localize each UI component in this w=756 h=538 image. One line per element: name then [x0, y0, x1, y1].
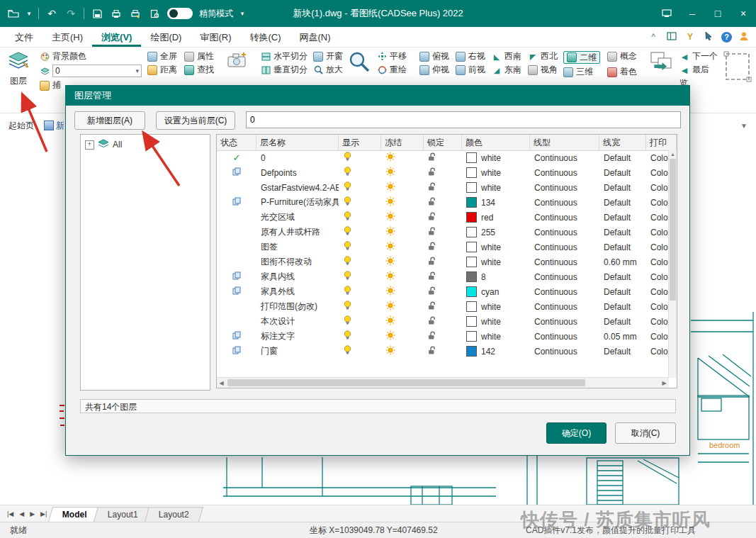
set-current-layer-button[interactable]: 设置为当前层(C) — [156, 111, 235, 130]
layer-freeze-cell[interactable] — [381, 241, 424, 253]
layer-filter-input[interactable] — [246, 111, 681, 128]
layer-freeze-cell[interactable] — [381, 301, 424, 313]
column-header[interactable]: 锁定 — [424, 135, 462, 150]
minimize-button[interactable]: – — [679, 0, 705, 27]
layer-lock-cell[interactable] — [424, 227, 462, 238]
layer-print-cell[interactable]: Color — [646, 317, 669, 327]
layer-lineweight-cell[interactable]: 0.60 mm — [599, 257, 646, 267]
layer-name-cell[interactable]: 家具外线 — [256, 286, 339, 298]
layer-lock-cell[interactable] — [424, 271, 462, 283]
layer-lineweight-cell[interactable]: Default — [599, 242, 646, 252]
layer-linetype-cell[interactable]: Continuous — [530, 287, 599, 297]
table-row[interactable]: 本次设计whiteContinuousDefaultColor — [217, 314, 669, 329]
layer-freeze-cell[interactable] — [381, 226, 424, 238]
save-icon[interactable] — [91, 8, 103, 19]
scroll-up-arrow[interactable]: ▲ — [669, 150, 677, 158]
chevron-down-icon[interactable]: ▾ — [239, 8, 245, 19]
menu-tab-网盘(N)[interactable]: 网盘(N) — [290, 27, 340, 47]
layer-print-cell[interactable]: Color — [646, 302, 669, 312]
layer-color-cell[interactable]: white — [462, 257, 530, 267]
layer-freeze-cell[interactable] — [381, 211, 424, 223]
switch-window-icon[interactable] — [654, 0, 679, 27]
table-row[interactable]: 标注文字whiteContinuous0.05 mmColor — [217, 329, 669, 344]
layer-lineweight-cell[interactable]: Default — [599, 198, 646, 208]
layers-button[interactable]: 图层 — [7, 51, 30, 87]
tab-layout2[interactable]: Layout2 — [145, 507, 203, 522]
table-row[interactable]: P-Furniture(活动家具134ContinuousDefaultColo… — [217, 195, 669, 210]
next-button[interactable]: ◀下一个 — [679, 51, 718, 62]
redraw-button[interactable]: 重绘 — [377, 65, 407, 75]
column-header[interactable]: 线宽 — [599, 135, 646, 150]
layer-visible-cell[interactable] — [339, 226, 381, 238]
layer-freeze-cell[interactable] — [381, 271, 424, 283]
layer-name-cell[interactable]: P-Furniture(活动家具 — [256, 196, 339, 208]
vertical-scrollbar[interactable]: ▲ — [668, 150, 677, 378]
collapse-ribbon-icon[interactable]: ^ — [648, 32, 659, 42]
layer-print-cell[interactable]: Color — [646, 347, 669, 357]
layer-lock-cell[interactable] — [424, 212, 462, 223]
layer-linetype-cell[interactable]: Continuous — [530, 317, 599, 327]
table-row[interactable]: 家具内线8ContinuousDefaultColor — [217, 269, 669, 284]
tree-node-all[interactable]: + All — [81, 135, 210, 150]
layer-freeze-cell[interactable] — [381, 152, 424, 164]
properties-button[interactable]: 属性 — [184, 51, 214, 62]
tree-expander-icon[interactable]: + — [85, 140, 94, 150]
start-page-tab[interactable]: 起始页 — [9, 120, 34, 132]
table-row[interactable]: 门窗142ContinuousDefaultColor — [217, 344, 669, 359]
layer-lineweight-cell[interactable]: Default — [599, 272, 646, 282]
layer-linetype-cell[interactable]: Continuous — [530, 302, 599, 312]
layer-name-cell[interactable]: 打印范围(勿改) — [256, 301, 339, 313]
layer-lineweight-cell[interactable]: Default — [599, 213, 646, 223]
layer-color-cell[interactable]: red — [462, 212, 530, 223]
dialog-title-bar[interactable]: 图层管理 — [66, 86, 689, 106]
table-row[interactable]: 图签whiteContinuousDefaultColor — [217, 240, 669, 254]
scroll-right-arrow[interactable]: ▶ — [660, 380, 669, 386]
tab-layout1[interactable]: Layout1 — [94, 507, 152, 522]
menu-tab-审图(R)[interactable]: 审图(R) — [191, 27, 240, 47]
simple-mode-toggle[interactable] — [167, 8, 193, 19]
last-button[interactable]: ◀最后 — [679, 65, 718, 75]
fullscreen-button[interactable]: 全屏 — [147, 51, 177, 62]
layer-color-cell[interactable]: white — [462, 152, 530, 163]
layer-print-cell[interactable]: Color — [646, 183, 669, 193]
layer-linetype-cell[interactable]: Continuous — [530, 213, 599, 223]
layer-linetype-cell[interactable]: Continuous — [530, 228, 599, 237]
layer-name-cell[interactable]: GstarFastview4.2-AB — [256, 183, 339, 193]
layer-color-cell[interactable]: 8 — [462, 271, 530, 282]
layer-lineweight-cell[interactable]: Default — [599, 287, 646, 297]
chevron-down-icon[interactable]: ▼ — [740, 122, 747, 130]
pick-icon[interactable]: Y — [684, 32, 696, 42]
horizontal-split-button[interactable]: 水平切分 — [261, 51, 308, 62]
layer-lock-cell[interactable] — [424, 182, 462, 194]
layer-print-cell[interactable]: Color — [646, 213, 669, 223]
southwest-view-button[interactable]: ◣西南 — [492, 51, 521, 62]
last-sheet-button[interactable]: ▶| — [40, 510, 47, 517]
vertical-scroll-thumb[interactable] — [670, 159, 676, 301]
layer-name-cell[interactable]: Defpoints — [256, 168, 339, 178]
layer-name-cell[interactable]: 0 — [256, 153, 339, 163]
column-header[interactable]: 线型 — [530, 135, 599, 150]
table-row[interactable]: 图衔不得改动whiteContinuous0.60 mmColor — [217, 254, 669, 269]
find-button[interactable]: 查找 — [184, 65, 214, 75]
layer-print-cell[interactable]: Color — [646, 242, 669, 252]
mode-2d-button[interactable]: 二维 — [563, 51, 600, 64]
layer-freeze-cell[interactable] — [381, 330, 424, 342]
layer-color-cell[interactable]: 134 — [462, 197, 530, 208]
vertical-split-button[interactable]: 垂直切分 — [261, 65, 308, 75]
mode-3d-button[interactable]: 三维 — [563, 67, 600, 77]
layer-freeze-cell[interactable] — [381, 181, 424, 194]
layer-lineweight-cell[interactable]: Default — [599, 302, 646, 312]
cursor-icon[interactable] — [703, 31, 714, 43]
bottom-view-button[interactable]: 仰视 — [419, 65, 449, 75]
table-row[interactable]: ✓0whiteContinuousDefaultColor — [217, 150, 669, 165]
layer-lineweight-cell[interactable]: Default — [599, 183, 646, 193]
layer-lineweight-cell[interactable]: Default — [599, 153, 646, 163]
layer-print-cell[interactable]: Color — [646, 153, 669, 163]
layer-name-cell[interactable]: 标注文字 — [256, 330, 339, 342]
shaded-button[interactable]: 着色 — [607, 67, 637, 77]
layer-visible-cell[interactable] — [339, 301, 381, 313]
layer-freeze-cell[interactable] — [381, 315, 424, 327]
layer-color-cell[interactable]: white — [462, 316, 530, 327]
layer-visible-cell[interactable] — [339, 211, 381, 223]
table-row[interactable]: 原有人井或杆路255ContinuousDefaultColor — [217, 225, 669, 240]
